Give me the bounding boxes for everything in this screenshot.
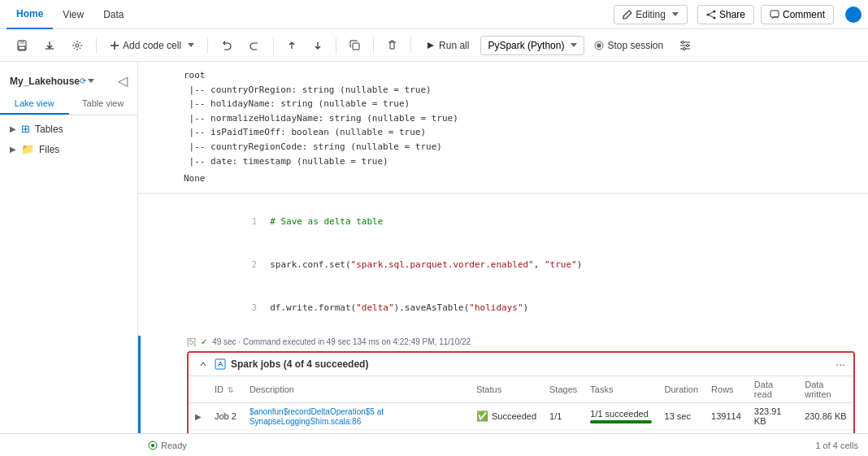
more-options-button[interactable] <box>673 37 697 54</box>
row-description-0[interactable]: $anonfun$recordDeltaOperation$5 at Synap… <box>243 403 470 430</box>
comment-button[interactable]: Comment <box>761 5 834 24</box>
sidebar-header: My_Lakehouse ⟳ ◁ <box>0 68 137 93</box>
undo-icon <box>221 40 232 51</box>
cell-execution-meta: 49 sec · Command executed in 49 sec 134 … <box>212 337 471 346</box>
pyspark-selector[interactable]: PySpark (Python) <box>480 36 584 55</box>
th-tasks[interactable]: Tasks <box>584 376 658 403</box>
delete-button[interactable] <box>380 37 404 54</box>
row-expand-arrow-0[interactable]: ▶ <box>195 412 202 421</box>
row-id-1: Job 3 <box>208 430 243 433</box>
svg-point-15 <box>684 47 686 50</box>
save-icon <box>16 40 28 51</box>
code-editor[interactable]: 1# Save as delta table 2spark.conf.set("… <box>138 194 868 336</box>
code-line-2: 2spark.conf.set("spark.sql.parquet.vorde… <box>187 244 855 287</box>
sort-icon: ⇅ <box>228 386 234 394</box>
schema-line-3: |-- normalizeHolidayName: string (nullab… <box>184 111 855 126</box>
status-label-0: Succeeded <box>492 411 536 421</box>
share-button[interactable]: Share <box>697 5 754 24</box>
main-layout: My_Lakehouse ⟳ ◁ Lake view Table view ▶ … <box>0 62 868 433</box>
sidebar-section: ▶ ⊞ Tables ▶ 📁 Files <box>0 115 137 163</box>
content-area: root |-- countryOrRegion: string (nullab… <box>138 62 868 433</box>
status-cells: 1 of 4 cells <box>815 441 858 450</box>
redo-button[interactable] <box>242 37 267 54</box>
row-expand-1[interactable]: ▶ <box>189 430 208 433</box>
svg-line-3 <box>708 11 714 15</box>
svg-line-4 <box>708 15 714 18</box>
spark-jobs-container: Spark jobs (4 of 4 succeeded) ··· ID ⇅ D… <box>187 351 855 433</box>
sidebar-tabs: Lake view Table view <box>0 93 137 115</box>
stop-session-button[interactable]: Stop session <box>588 37 670 54</box>
nav-tab-data[interactable]: Data <box>93 0 133 29</box>
row-rows-1: 8 <box>705 430 748 433</box>
sidebar-tab-table-view[interactable]: Table view <box>69 93 138 115</box>
cell-check-icon: ✓ <box>201 337 207 346</box>
settings-button[interactable] <box>65 37 89 54</box>
collapse-icon <box>199 360 207 368</box>
sidebar-item-files[interactable]: ▶ 📁 Files <box>0 139 137 159</box>
th-duration[interactable]: Duration <box>658 376 705 403</box>
nav-tab-view[interactable]: View <box>53 0 93 29</box>
undo-button[interactable] <box>215 37 239 54</box>
nav-tab-home[interactable]: Home <box>7 0 53 29</box>
code-cell-5: ML ··· <box>138 194 868 433</box>
add-icon <box>110 41 119 50</box>
sidebar-collapse-button[interactable]: ◁ <box>118 73 128 89</box>
add-code-cell-button[interactable]: Add code cell <box>103 37 201 54</box>
th-stages[interactable]: Stages <box>543 376 584 403</box>
schema-line-root: root <box>184 68 855 83</box>
row-expand-0[interactable]: ▶ <box>189 403 208 430</box>
spark-jobs-collapse-button[interactable] <box>197 358 210 371</box>
status-check-icon-0: ✅ <box>476 410 488 422</box>
cell-meta: [5] ✓ 49 sec · Command executed in 49 se… <box>138 336 868 348</box>
move-up-button[interactable] <box>280 37 303 54</box>
save-button[interactable] <box>10 37 34 54</box>
schema-line-6: |-- date: timestamp (nullable = true) <box>184 154 855 169</box>
comment-icon <box>770 10 779 20</box>
svg-point-9 <box>76 44 79 47</box>
th-status[interactable]: Status <box>470 376 543 403</box>
copy-button[interactable] <box>343 37 367 54</box>
row-tasks-1: 1/1 succeeded <box>584 430 658 433</box>
user-avatar[interactable] <box>845 7 861 23</box>
run-all-button[interactable]: Run all <box>418 37 477 54</box>
delete-icon <box>387 40 397 50</box>
editing-button[interactable]: Editing <box>614 5 688 24</box>
schema-line-none: None <box>184 172 855 186</box>
th-expand <box>189 376 208 403</box>
move-down-button[interactable] <box>306 37 329 54</box>
spark-table-header-row: ID ⇅ Description Status Stages Tasks Dur… <box>189 376 853 403</box>
th-rows[interactable]: Rows <box>705 376 748 403</box>
svg-rect-7 <box>20 41 24 44</box>
sidebar-item-tables[interactable]: ▶ ⊞ Tables <box>0 119 137 139</box>
code-line-1: 1# Save as delta table <box>187 201 855 244</box>
row-data-written-0: 230.86 KB <box>798 403 853 430</box>
download-icon <box>44 40 55 51</box>
spark-table-body: ▶ Job 2 $anonfun$recordDeltaOperation$5 … <box>189 403 853 433</box>
svg-point-13 <box>682 41 684 43</box>
editing-chevron <box>672 12 679 16</box>
copy-icon <box>349 40 360 50</box>
lakehouse-sync[interactable]: ⟳ <box>80 76 86 85</box>
lakehouse-chevron[interactable] <box>88 79 94 83</box>
svg-rect-10 <box>353 43 359 50</box>
add-cell-chevron <box>188 43 194 47</box>
separator-5 <box>373 37 374 54</box>
download-button[interactable] <box>37 37 62 54</box>
th-id[interactable]: ID ⇅ <box>208 376 243 403</box>
spark-jobs-more-button[interactable]: ··· <box>835 358 845 371</box>
row-stages-0: 1/1 <box>543 403 584 430</box>
sidebar-tab-lake-view[interactable]: Lake view <box>0 93 69 115</box>
schema-line-5: |-- countryRegionCode: string (nullable … <box>184 140 855 154</box>
run-icon <box>426 41 436 50</box>
th-description[interactable]: Description <box>243 376 470 403</box>
th-data-written[interactable]: Data written <box>798 376 853 403</box>
svg-rect-8 <box>19 46 25 50</box>
separator-2 <box>207 37 208 54</box>
status-bar: Ready 1 of 4 cells <box>0 433 868 456</box>
status-ready: Ready <box>148 441 187 450</box>
tasks-progress-0 <box>590 420 651 423</box>
row-description-1[interactable]: $anonfun$recordDeltaOperation$5 at Synap… <box>243 430 470 433</box>
spark-jobs-title: Spark jobs (4 of 4 succeeded) <box>231 358 368 370</box>
th-data-read[interactable]: Data read <box>748 376 798 403</box>
job-link-0[interactable]: $anonfun$recordDeltaOperation$5 at Synap… <box>250 407 384 426</box>
